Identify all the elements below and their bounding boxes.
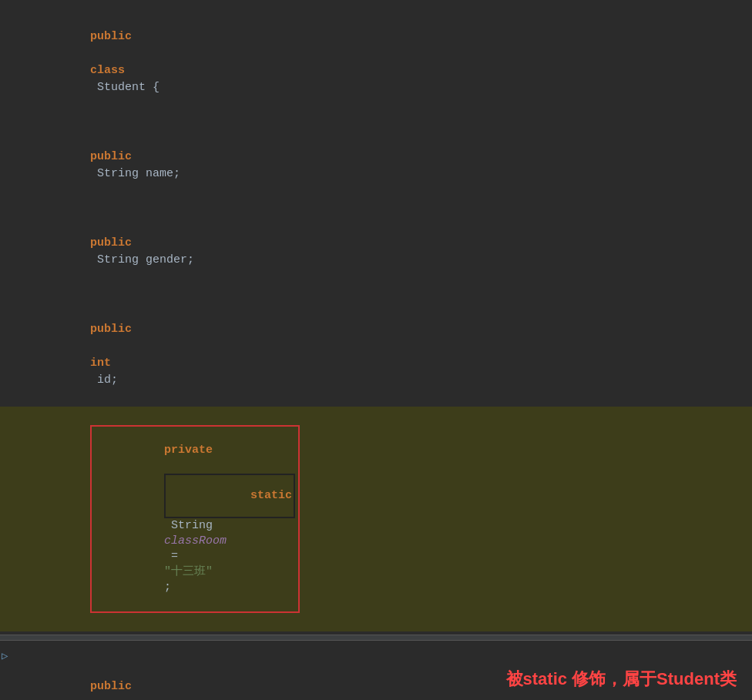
static-keyword-box: static: [164, 474, 295, 518]
space: [90, 697, 97, 700]
indent: [90, 306, 118, 319]
space: [164, 459, 171, 472]
space: String: [164, 519, 220, 532]
keyword-private: private: [164, 444, 213, 457]
keyword-public: public: [90, 323, 132, 336]
space: [90, 47, 97, 60]
line-field-name: public String name;: [0, 114, 752, 200]
line-field-id: public int id;: [0, 286, 752, 407]
line-getter-open: ▷ public static String getClassRoom () {: [0, 644, 752, 700]
space: String name;: [90, 167, 180, 180]
keyword-int: int: [90, 357, 111, 370]
space: [90, 340, 97, 353]
classroom-line-box: private static String classRoom = "十三班" …: [90, 425, 300, 613]
equals: =: [164, 550, 185, 563]
keyword-class: class: [90, 64, 125, 77]
line-content: public String name;: [27, 115, 752, 199]
keyword-public: public: [90, 30, 132, 43]
line-field-gender: public String gender;: [0, 200, 752, 286]
keyword-public: public: [90, 150, 132, 163]
indent: [90, 133, 118, 146]
semicolon: ;: [164, 581, 171, 594]
line-content: public int id;: [27, 287, 752, 406]
line-class-open: public class Student {: [0, 11, 752, 114]
line-content: public class Student {: [27, 12, 752, 113]
indent: [90, 663, 118, 676]
line-content: public String gender;: [27, 201, 752, 286]
code-editor: public class Student { public String nam…: [0, 0, 752, 700]
divider-1: [0, 635, 752, 641]
space: Student {: [90, 81, 159, 94]
line-content: private static String classRoom = "十三班" …: [27, 408, 752, 630]
classroom-field: classRoom: [164, 534, 227, 548]
line-content: public static String getClassRoom () {: [27, 645, 752, 700]
line-field-classroom: private static String classRoom = "十三班" …: [0, 407, 752, 631]
getter-section: 被static 修饰，属于Student类 ▷ public static St…: [0, 641, 752, 700]
keyword-static: static: [250, 489, 292, 502]
indent: [90, 219, 118, 233]
classroom-value: "十三班": [164, 565, 213, 578]
class-fields-section: public class Student { public String nam…: [0, 8, 752, 635]
keyword-public: public: [90, 236, 132, 250]
line-marker: ▷: [2, 649, 8, 662]
keyword-public: public: [90, 680, 132, 693]
space: id;: [90, 373, 118, 387]
space: String gender;: [90, 253, 194, 266]
